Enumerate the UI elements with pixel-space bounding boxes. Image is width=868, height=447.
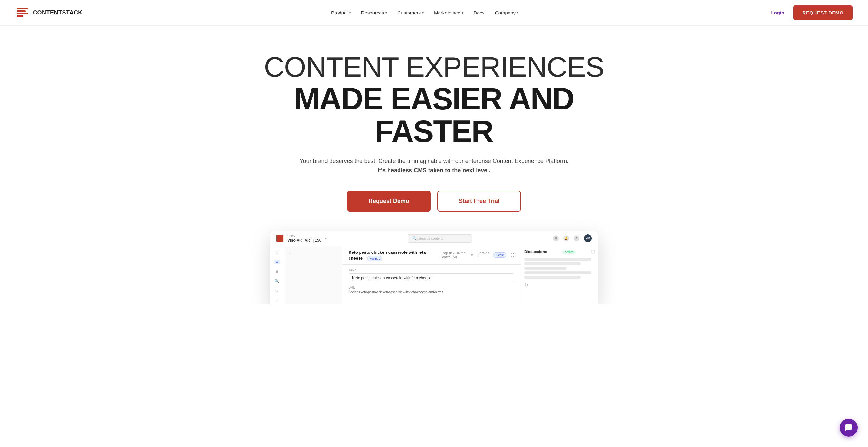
app-bar-right: ⊟ 🔔 ? MM [553, 235, 592, 242]
request-demo-hero-button[interactable]: Request Demo [347, 191, 431, 212]
content-line [524, 263, 581, 265]
locale-selector[interactable]: English - United States (M) ▾ [440, 251, 473, 259]
panel-content-lines [524, 258, 595, 279]
search-icon: 🔍 [412, 236, 417, 241]
sidebar-link-icon[interactable]: ↗ [274, 298, 280, 303]
svg-rect-0 [17, 8, 28, 9]
help-icon[interactable]: ? [574, 235, 580, 241]
entry-controls: English - United States (M) ▾ Version 6 … [440, 251, 514, 259]
back-button[interactable]: ← [284, 249, 342, 257]
chevron-down-icon: ▾ [462, 11, 463, 14]
start-free-trial-button[interactable]: Start Free Trial [437, 191, 521, 212]
logo[interactable]: CONTENTSTACK [16, 6, 83, 20]
app-bar: Stack Vino Vidi Vici | 150 ▾ 🔍 Search co… [270, 231, 598, 246]
panel-header: Discussions Active ⓘ [524, 249, 595, 255]
chevron-down-icon: ▾ [422, 11, 424, 14]
content-line [524, 267, 566, 270]
avatar: MM [584, 235, 592, 242]
request-demo-nav-button[interactable]: REQUEST DEMO [793, 5, 852, 20]
app-main-body: Title* Keto pesto chicken casserole with… [342, 265, 521, 301]
hero-title-line2: MADE EASIER AND FASTER [253, 83, 615, 148]
app-preview-container: Stack Vino Vidi Vici | 150 ▾ 🔍 Search co… [257, 231, 611, 304]
app-preview-frame: Stack Vino Vidi Vici | 150 ▾ 🔍 Search co… [270, 231, 598, 304]
hero-section: CONTENT EXPERIENCES MADE EASIER AND FAST… [241, 26, 627, 212]
nav-actions: Login REQUEST DEMO [767, 5, 852, 20]
app-main-header: Keto pesto chicken casserole with feta c… [342, 246, 521, 265]
hero-title-line1: CONTENT EXPERIENCES [253, 51, 615, 83]
app-bar-search: 🔍 Search content [408, 235, 472, 242]
back-arrow-icon: ← [288, 251, 292, 255]
url-field: URL /recipes/keto-pesto-chicken-casserol… [348, 286, 514, 294]
notifications-icon[interactable]: 🔔 [563, 235, 569, 241]
main-nav: CONTENTSTACK Product ▾ Resources ▾ Custo… [0, 0, 868, 26]
nav-marketplace[interactable]: Marketplace ▾ [430, 7, 468, 18]
sidebar-search-icon[interactable]: 🔍 [274, 279, 280, 283]
nav-links: Product ▾ Resources ▾ Customers ▾ Market… [327, 7, 523, 18]
chevron-down-icon: ▾ [349, 11, 351, 14]
sidebar-dashboard-icon[interactable]: ⊞ [274, 250, 280, 254]
svg-rect-1 [17, 10, 26, 12]
app-bar-left: Stack Vino Vidi Vici | 150 ▾ [276, 235, 327, 242]
nav-company[interactable]: Company ▾ [490, 7, 523, 18]
chevron-down-icon: ▾ [471, 253, 473, 257]
bookmarks-icon[interactable]: ⊟ [553, 235, 559, 241]
nav-docs[interactable]: Docs [469, 7, 489, 18]
sidebar-content-icon[interactable]: ≡ [274, 260, 280, 264]
sidebar-star-icon[interactable]: ☆ [274, 288, 280, 293]
reply-icon[interactable]: ↻ [524, 282, 528, 287]
hero-buttons: Request Demo Start Free Trial [253, 191, 615, 212]
content-line [524, 276, 581, 279]
fullscreen-icon[interactable]: ⛶ [511, 253, 514, 257]
panel-action-row: ↻ [524, 282, 595, 287]
nav-resources[interactable]: Resources ▾ [356, 7, 392, 18]
stack-info: Stack Vino Vidi Vici | 150 [287, 235, 321, 242]
chevron-down-icon: ▾ [517, 11, 519, 14]
hero-subtitle: Your brand deserves the best. Create the… [253, 157, 615, 175]
content-line [524, 258, 591, 261]
login-button[interactable]: Login [767, 7, 788, 18]
chevron-down-icon: ▾ [385, 11, 387, 14]
secondary-sidebar: ← [284, 246, 342, 304]
sidebar-assets-icon[interactable]: ⊕ [274, 269, 280, 274]
nav-product[interactable]: Product ▾ [327, 7, 355, 18]
app-logo-icon [276, 235, 283, 242]
svg-rect-2 [17, 13, 28, 14]
stack-dropdown-icon[interactable]: ▾ [325, 237, 327, 240]
app-sidebar: ⊞ ≡ ⊕ 🔍 ☆ ↗ ⧉ 📄 [270, 246, 284, 304]
discussions-panel: Discussions Active ⓘ ↻ [521, 246, 598, 304]
app-content: ⊞ ≡ ⊕ 🔍 ☆ ↗ ⧉ 📄 ← Keto pesto chicken c [270, 246, 598, 304]
title-field: Title* Keto pesto chicken casserole with… [348, 269, 514, 282]
panel-info-icon[interactable]: ⓘ [591, 249, 595, 255]
entry-title-row: Keto pesto chicken casserole with feta c… [348, 249, 440, 261]
version-selector[interactable]: Version 6 Latest [477, 251, 506, 259]
brand-name: CONTENTSTACK [33, 9, 83, 16]
svg-rect-3 [17, 15, 23, 17]
content-line [524, 272, 591, 274]
search-input[interactable]: 🔍 Search content [408, 235, 472, 242]
nav-customers[interactable]: Customers ▾ [393, 7, 428, 18]
app-main-content: Keto pesto chicken casserole with feta c… [342, 246, 521, 304]
